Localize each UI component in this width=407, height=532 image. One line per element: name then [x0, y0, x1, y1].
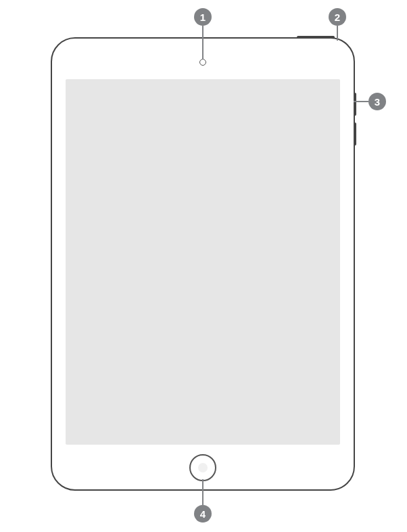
callout-2: 2	[329, 8, 346, 26]
callout-leader-line	[337, 26, 338, 41]
tablet-device	[51, 37, 355, 491]
home-button	[189, 454, 216, 481]
volume-down-button	[354, 123, 356, 146]
callout-1: 1	[194, 8, 212, 26]
callout-3: 3	[368, 93, 386, 110]
top-button	[297, 36, 335, 39]
volume-up-button	[354, 93, 356, 116]
callout-leader-line	[202, 26, 204, 60]
front-camera	[199, 59, 206, 66]
device-screen	[66, 79, 340, 445]
callout-4: 4	[194, 505, 212, 523]
callout-badge: 4	[194, 505, 212, 523]
callout-badge: 1	[194, 8, 212, 26]
home-button-ring	[198, 463, 208, 472]
callout-badge: 3	[368, 93, 386, 110]
callout-leader-line	[202, 479, 204, 505]
callout-leader-line	[354, 101, 368, 102]
callout-badge: 2	[329, 8, 346, 26]
